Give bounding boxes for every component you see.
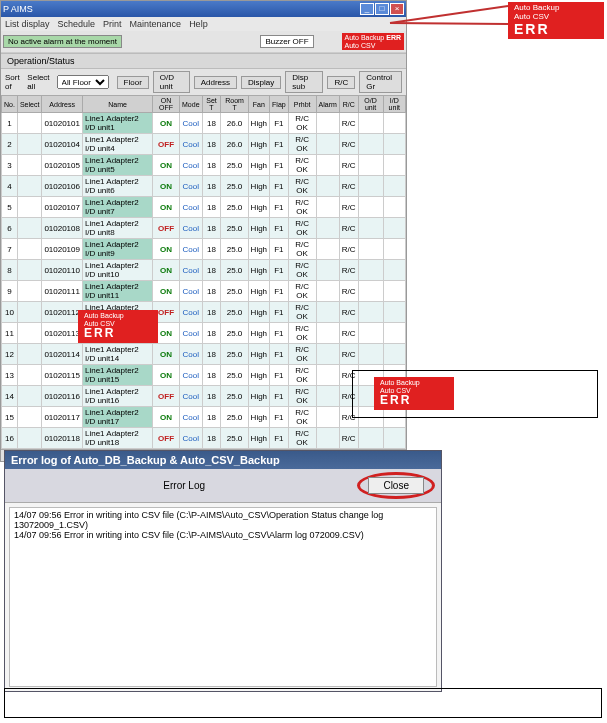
err-badge-mini[interactable]: Auto Backup ERR Auto CSV: [342, 33, 404, 50]
cell: R/C: [339, 323, 358, 344]
cell: High: [248, 302, 269, 323]
cell: Line1 Adapter2 I/D unit6: [82, 176, 152, 197]
filter-tab[interactable]: Disp sub: [285, 71, 323, 93]
dialog-title[interactable]: Error log of Auto_DB_Backup & Auto_CSV_B…: [5, 451, 441, 469]
cell: ON: [153, 344, 180, 365]
cell: Line1 Adapter2 I/D unit5: [82, 155, 152, 176]
dialog-body[interactable]: 14/07 09:56 Error in writing into CSV fi…: [9, 507, 437, 687]
cell: [383, 113, 405, 134]
grid-header[interactable]: Room T: [221, 96, 248, 113]
cell: R/C OK: [288, 386, 316, 407]
table-row[interactable]: 601020108Line1 Adapter2 I/D unit8OFFCool…: [2, 218, 406, 239]
cell: Cool: [180, 197, 203, 218]
cell: R/C OK: [288, 218, 316, 239]
cell: [316, 428, 339, 449]
cell: [316, 344, 339, 365]
cell: [17, 113, 41, 134]
buzzer-toggle[interactable]: Buzzer OFF: [260, 35, 313, 48]
filter-tab[interactable]: Floor: [117, 76, 149, 89]
filter-tab[interactable]: R/C: [327, 76, 355, 89]
cell: [358, 155, 383, 176]
table-row[interactable]: 1601020118Line1 Adapter2 I/D unit18OFFCo…: [2, 428, 406, 449]
filter-tab[interactable]: Address: [194, 76, 237, 89]
cell: [316, 197, 339, 218]
table-row[interactable]: 301020105Line1 Adapter2 I/D unit5ONCool1…: [2, 155, 406, 176]
grid-header[interactable]: Flap: [270, 96, 289, 113]
cell: [17, 155, 41, 176]
grid-header[interactable]: Fan: [248, 96, 269, 113]
cell: [17, 302, 41, 323]
titlebar[interactable]: P AIMS _ □ ×: [1, 1, 406, 17]
cell: 25.0: [221, 365, 248, 386]
cell: Cool: [180, 365, 203, 386]
main-window: P AIMS _ □ × List display Schedule Print…: [0, 0, 407, 462]
minimize-button[interactable]: _: [360, 3, 374, 15]
filter-tab[interactable]: Display: [241, 76, 281, 89]
table-row[interactable]: 1101020113Line1 Adapter2 I/D unit13ONCoo…: [2, 323, 406, 344]
table-row[interactable]: 201020104Line1 Adapter2 I/D unit4OFFCool…: [2, 134, 406, 155]
cell: 16: [2, 428, 18, 449]
filter-tab[interactable]: Control Gr: [359, 71, 402, 93]
cell: 26.0: [221, 134, 248, 155]
cell: F1: [270, 344, 289, 365]
cell: 10: [2, 302, 18, 323]
cell: 8: [2, 260, 18, 281]
table-row[interactable]: 901020111Line1 Adapter2 I/D unit11ONCool…: [2, 281, 406, 302]
cell: F1: [270, 197, 289, 218]
cell: 01020110: [42, 260, 83, 281]
table-row[interactable]: 801020110Line1 Adapter2 I/D unit10ONCool…: [2, 260, 406, 281]
cell: 25.0: [221, 281, 248, 302]
cell: F1: [270, 281, 289, 302]
grid-header[interactable]: Mode: [180, 96, 203, 113]
window-title: P AIMS: [3, 4, 33, 14]
table-row[interactable]: 1501020117Line1 Adapter2 I/D unit17ONCoo…: [2, 407, 406, 428]
cell: Line1 Adapter2 I/D unit9: [82, 239, 152, 260]
table-row[interactable]: 1001020112Line1 Adapter2 I/D unit12OFFCo…: [2, 302, 406, 323]
floor-dropdown[interactable]: All Floor: [57, 75, 109, 89]
table-row[interactable]: 701020109Line1 Adapter2 I/D unit9ONCool1…: [2, 239, 406, 260]
menu-item[interactable]: Print: [103, 19, 122, 29]
grid-header[interactable]: ON OFF: [153, 96, 180, 113]
select-all-link[interactable]: Select all: [27, 73, 52, 91]
filter-tab[interactable]: O/D unit: [153, 71, 190, 93]
cell: R/C OK: [288, 323, 316, 344]
grid-header[interactable]: Set T: [202, 96, 221, 113]
cell: 01020109: [42, 239, 83, 260]
cell: Line1 Adapter2 I/D unit18: [82, 428, 152, 449]
cell: [316, 302, 339, 323]
cell: ON: [153, 197, 180, 218]
grid-header[interactable]: Prhbt: [288, 96, 316, 113]
cell: R/C OK: [288, 281, 316, 302]
cell: 12: [2, 344, 18, 365]
grid-header[interactable]: Alarm: [316, 96, 339, 113]
cell: Line1 Adapter2 I/D unit17: [82, 407, 152, 428]
menu-item[interactable]: Help: [189, 19, 208, 29]
cell: 18: [202, 113, 221, 134]
dialog-header-label: Error Log: [11, 480, 357, 491]
menu-item[interactable]: List display: [5, 19, 50, 29]
maximize-button[interactable]: □: [375, 3, 389, 15]
grid-header[interactable]: Select: [17, 96, 41, 113]
close-window-button[interactable]: ×: [390, 3, 404, 15]
cell: [358, 302, 383, 323]
table-row[interactable]: 1401020116Line1 Adapter2 I/D unit16OFFCo…: [2, 386, 406, 407]
grid-header[interactable]: Address: [42, 96, 83, 113]
cell: R/C: [339, 218, 358, 239]
close-button[interactable]: Close: [368, 477, 424, 494]
menu-item[interactable]: Maintenance: [130, 19, 182, 29]
grid-header[interactable]: Name: [82, 96, 152, 113]
menu-item[interactable]: Schedule: [58, 19, 96, 29]
grid-header[interactable]: R/C: [339, 96, 358, 113]
table-row[interactable]: 101020101Line1 Adapter2 I/D unit1ONCool1…: [2, 113, 406, 134]
table-row[interactable]: 1201020114Line1 Adapter2 I/D unit14ONCoo…: [2, 344, 406, 365]
grid-header[interactable]: I/D unit: [383, 96, 405, 113]
grid-header[interactable]: No.: [2, 96, 18, 113]
cell: R/C: [339, 428, 358, 449]
cell: 5: [2, 197, 18, 218]
grid-header[interactable]: O/D unit: [358, 96, 383, 113]
table-row[interactable]: 1301020115Line1 Adapter2 I/D unit15ONCoo…: [2, 365, 406, 386]
cell: 01020114: [42, 344, 83, 365]
svg-line-1: [390, 23, 508, 24]
table-row[interactable]: 401020106Line1 Adapter2 I/D unit6ONCool1…: [2, 176, 406, 197]
table-row[interactable]: 501020107Line1 Adapter2 I/D unit7ONCool1…: [2, 197, 406, 218]
